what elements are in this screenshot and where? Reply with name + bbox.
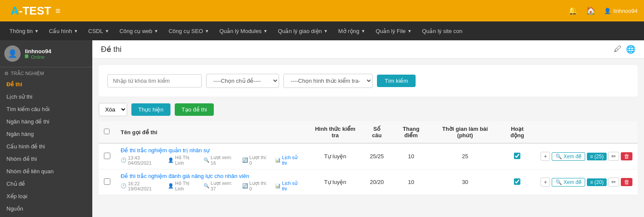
sidebar-item-nganhangthi[interactable]: Ngân hàng đề thi bbox=[0, 115, 92, 128]
row1-type: Tự luyện bbox=[307, 143, 363, 169]
nav-quanlysitecon-label: Quản lý site con bbox=[422, 28, 462, 34]
col-header-checkbox bbox=[99, 121, 115, 143]
row2-active bbox=[499, 169, 535, 195]
nav-csdl[interactable]: CSDL ▼ bbox=[83, 21, 115, 40]
user-menu[interactable]: 👤 linhnoo94 bbox=[604, 8, 638, 14]
row1-count-button[interactable]: ≡ (25) bbox=[587, 153, 607, 160]
search-button[interactable]: Tìm kiếm bbox=[377, 75, 416, 87]
nav-quanlymodules[interactable]: Quản lý Modules ▼ bbox=[214, 21, 273, 40]
sidebar-item-caufhinh[interactable]: Cấu hình đề thi bbox=[0, 140, 92, 153]
tracnghiem-section-icon: ⚙ bbox=[4, 71, 9, 76]
page-header-icons: 🖊 🌐 bbox=[614, 45, 635, 54]
nav-morong[interactable]: Mở rộng ▼ bbox=[333, 21, 371, 40]
row2-count-button[interactable]: ≡ (20) bbox=[587, 178, 607, 186]
row2-add-button[interactable]: + bbox=[541, 178, 550, 187]
logo[interactable]: A -TEST bbox=[6, 2, 55, 20]
nav-quanlymodules-arrow: ▼ bbox=[263, 29, 267, 33]
row2-xemde-button[interactable]: 🔍 Xem đề bbox=[552, 178, 585, 187]
hamburger-icon[interactable]: ≡ bbox=[55, 6, 61, 16]
action-select[interactable]: Xóa bbox=[99, 103, 127, 116]
col-header-name: Tên gọi đề thi bbox=[115, 121, 307, 143]
search-box: ----Chọn chủ đề---- ----Chọn hình thức k… bbox=[99, 65, 638, 96]
row2-edit-button[interactable]: ✏ bbox=[608, 178, 619, 187]
row2-active-checkbox[interactable] bbox=[514, 178, 520, 185]
col-header-count: Số câu bbox=[363, 121, 391, 143]
row1-title-link[interactable]: Đề thi trắc nghiệm quản trị nhân sự bbox=[121, 147, 210, 154]
thuchien-button[interactable]: Thực hiện bbox=[131, 103, 170, 116]
col-header-score: Thang điểm bbox=[391, 121, 431, 143]
sidebar-username: linhnoo94 bbox=[25, 48, 51, 54]
avatar: 👤 bbox=[4, 45, 21, 62]
navbar: Thông tin ▼ Cấu hình ▼ CSDL ▼ Công cụ we… bbox=[0, 21, 644, 40]
row1-score: 10 bbox=[391, 143, 431, 169]
nav-cauhinh[interactable]: Cấu hình ▼ bbox=[44, 21, 83, 40]
row1-add-button[interactable]: + bbox=[541, 152, 550, 161]
globe-icon[interactable]: 🌐 bbox=[626, 45, 635, 54]
nav-morong-label: Mở rộng bbox=[338, 28, 359, 34]
row1-edit-button[interactable]: ✏ bbox=[608, 152, 619, 161]
nav-quanlyfile[interactable]: Quản lý File ▼ bbox=[371, 21, 417, 40]
search-input[interactable] bbox=[107, 74, 202, 87]
row1-active-checkbox[interactable] bbox=[514, 153, 520, 159]
main-layout: 👤 linhnoo94 ● Online ⚙ Trắc nghiệm Đề th… bbox=[0, 40, 644, 217]
nav-congcuweb-label: Công cụ web bbox=[119, 28, 152, 34]
home-icon[interactable]: 🏠 bbox=[586, 6, 595, 15]
row2-delete-button[interactable]: 🗑 bbox=[621, 178, 632, 186]
sidebar-item-nguon[interactable]: Nguồn bbox=[0, 202, 92, 215]
logo-a: A bbox=[11, 4, 19, 18]
nav-quanlygiaodien-label: Quản lý giao diện bbox=[278, 28, 322, 34]
exam-table: Tên gọi đề thi Hình thức kiểm tra Số câu… bbox=[99, 121, 638, 195]
subject-select[interactable]: ----Chọn chủ đề---- bbox=[206, 74, 279, 88]
content-area: Đề thi 🖊 🌐 ----Chọn chủ đề---- ----Chọn … bbox=[92, 40, 644, 217]
row2-title-link[interactable]: Đề thi trắc nghiệm đánh giá năng lực cho… bbox=[121, 173, 249, 179]
row1-delete-button[interactable]: 🗑 bbox=[621, 152, 632, 160]
row2-checkbox-cell bbox=[99, 169, 115, 195]
sidebar-item-nhomdethi[interactable]: Nhóm đề thi bbox=[0, 153, 92, 165]
row2-meta: 🕐 16:22 19/04/2021 👤 Hồ Thị Linh 🔍 Lượt … bbox=[121, 179, 302, 191]
nav-congcuseo-label: Công cụ SEO bbox=[169, 28, 203, 34]
nav-quanlysitecon[interactable]: Quản lý site con bbox=[417, 21, 468, 40]
row2-time: 30 bbox=[431, 169, 499, 195]
sidebar-item-nganhang[interactable]: Ngân hàng bbox=[0, 128, 92, 140]
sidebar-item-dethi[interactable]: Đề thi bbox=[0, 78, 92, 90]
sidebar-item-xeploai[interactable]: Xếp loại bbox=[0, 190, 92, 202]
nav-quanlygiaodien[interactable]: Quản lý giao diện ▼ bbox=[273, 21, 333, 40]
header-username: linhnoo94 bbox=[614, 8, 638, 14]
taodethitheme-button[interactable]: Tạo đề thi bbox=[175, 103, 214, 116]
type-select[interactable]: ----Chọn hình thức kiểm tra- bbox=[283, 74, 373, 88]
logo-dash: -TEST bbox=[19, 4, 51, 18]
row1-time: 25 bbox=[431, 143, 499, 169]
row1-meta-time: 🕐 13:43 04/05/2021 bbox=[121, 155, 163, 166]
row1-title: Đề thi trắc nghiệm quản trị nhân sự bbox=[121, 147, 302, 154]
nav-quanlymodules-label: Quản lý Modules bbox=[219, 28, 261, 34]
sidebar-item-timkiemcauhoi[interactable]: Tìm kiếm câu hỏi bbox=[0, 103, 92, 115]
row1-xemde-button[interactable]: 🔍 Xem đề bbox=[552, 152, 585, 161]
row2-checkbox[interactable] bbox=[104, 178, 110, 185]
online-dot-icon: ● bbox=[25, 54, 28, 58]
row2-score: 10 bbox=[391, 169, 431, 195]
edit-page-icon[interactable]: 🖊 bbox=[614, 45, 622, 54]
select-all-checkbox[interactable] bbox=[104, 129, 109, 134]
row1-checkbox[interactable] bbox=[104, 153, 110, 159]
user-info: linhnoo94 ● Online bbox=[25, 48, 51, 60]
nav-csdl-label: CSDL bbox=[88, 28, 103, 34]
nav-thongtin[interactable]: Thông tin ▼ bbox=[4, 21, 44, 40]
bell-icon[interactable]: 🔔 bbox=[568, 6, 577, 15]
nav-congcuweb[interactable]: Công cụ web ▼ bbox=[114, 21, 164, 40]
row2-actions: + 🔍 Xem đề ≡ (20) ✏ 🗑 bbox=[535, 169, 638, 195]
sidebar-item-chude[interactable]: Chủ đề bbox=[0, 178, 92, 190]
row1-checkbox-cell bbox=[99, 143, 115, 169]
row1-meta-author: 👤 Hồ Thị Linh bbox=[168, 155, 198, 166]
row1-history-link[interactable]: Lịch sử thi bbox=[282, 155, 303, 166]
col-header-active: Hoạt động bbox=[499, 121, 535, 143]
nav-congcuseo[interactable]: Công cụ SEO ▼ bbox=[164, 21, 214, 40]
sidebar-item-nhomdelienquan[interactable]: Nhóm đề liên quan bbox=[0, 165, 92, 178]
sidebar-item-tuychinhnoidung[interactable]: Tùy chỉnh nội dung bbox=[0, 215, 92, 217]
nav-thongtin-arrow: ▼ bbox=[34, 29, 39, 33]
header-right: 🔔 🏠 👤 linhnoo94 bbox=[568, 6, 638, 15]
sidebar-section-tracnghiem: ⚙ Trắc nghiệm bbox=[0, 67, 92, 78]
row2-history-link[interactable]: Lịch sử thi bbox=[282, 181, 303, 191]
table-row: Đề thi trắc nghiệm đánh giá năng lực cho… bbox=[99, 169, 638, 195]
data-table: Tên gọi đề thi Hình thức kiểm tra Số câu… bbox=[99, 121, 638, 195]
sidebar-item-lichsuthi[interactable]: Lịch sử thi bbox=[0, 90, 92, 103]
